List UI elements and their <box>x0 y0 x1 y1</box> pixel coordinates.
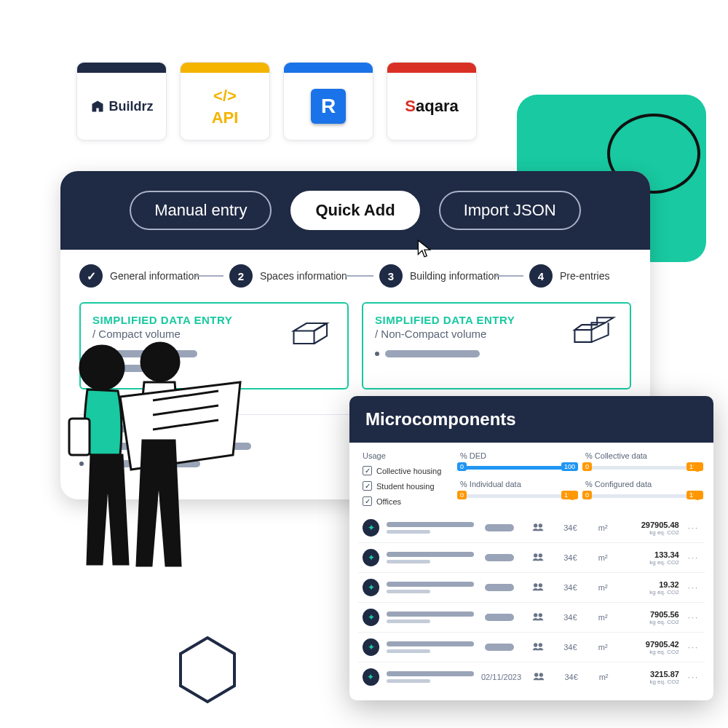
more-icon[interactable]: ··· <box>687 523 700 532</box>
item-value-unit: kg eq. CO2 <box>623 678 679 685</box>
users-icon <box>525 612 550 623</box>
item-date <box>481 524 518 531</box>
svg-point-16 <box>534 673 538 676</box>
integration-saqara[interactable]: Saqara <box>387 62 477 141</box>
integration-cards: Buildrz </> API R Saqara <box>76 62 477 141</box>
item-avatar-icon: ✦ <box>363 668 379 686</box>
checkbox-offices[interactable]: ✓Offices <box>363 496 450 506</box>
more-icon[interactable]: ··· <box>687 553 700 562</box>
slider-collective-label: % Collective data <box>585 451 700 460</box>
users-icon <box>525 553 550 563</box>
svg-point-10 <box>534 583 537 587</box>
svg-point-0 <box>80 346 124 389</box>
item-date <box>481 584 518 591</box>
more-icon[interactable]: ··· <box>687 643 700 652</box>
item-value-unit: kg eq. CO2 <box>623 649 679 655</box>
item-unit: m² <box>590 643 616 652</box>
microcomponents-panel: Microcomponents Usage ✓Collective housin… <box>349 396 713 700</box>
people-illustration <box>51 331 255 571</box>
item-date <box>481 554 518 561</box>
tab-manual-entry[interactable]: Manual entry <box>130 191 272 230</box>
integration-buildrz[interactable]: Buildrz <box>76 62 167 141</box>
svg-point-7 <box>538 523 542 527</box>
list-item[interactable]: ✦34€m²19.32kg eq. CO2··· <box>358 572 705 602</box>
users-icon <box>526 672 551 683</box>
step-pre-entries[interactable]: 4 Pre-entries <box>529 264 609 288</box>
slider-ded[interactable]: 0100 <box>460 466 575 470</box>
item-avatar-icon: ✦ <box>363 609 379 626</box>
more-icon[interactable]: ··· <box>687 613 700 622</box>
item-value: 19.32 <box>623 580 679 589</box>
hexagon-icon <box>175 633 240 706</box>
item-unit: m² <box>590 553 616 562</box>
svg-point-2 <box>141 343 179 381</box>
svg-point-6 <box>534 523 537 527</box>
svg-point-14 <box>534 643 537 646</box>
checkbox-student-housing[interactable]: ✓Student housing <box>363 481 450 491</box>
list-item[interactable]: ✦34€m²7905.56kg eq. CO2··· <box>358 602 705 632</box>
item-price: 34€ <box>558 553 583 562</box>
l-box-icon <box>569 314 620 353</box>
item-price: 34€ <box>558 673 583 681</box>
integration-api[interactable]: </> API <box>180 62 270 141</box>
slider-individual-label: % Individual data <box>460 480 575 488</box>
item-avatar-icon: ✦ <box>363 519 379 537</box>
list-item[interactable]: ✦34€m²297905.48kg eq. CO2··· <box>358 513 705 542</box>
step-badge-done: ✓ <box>79 264 103 288</box>
svg-point-9 <box>538 553 542 557</box>
slider-individual[interactable]: 0100 <box>460 494 575 498</box>
api-code-icon: </> <box>213 87 237 106</box>
list-item[interactable]: ✦34€m²97905.42kg eq. CO2··· <box>358 632 705 662</box>
item-price: 34€ <box>558 523 583 532</box>
step-general[interactable]: ✓ General information <box>79 264 190 288</box>
list-item[interactable]: ✦34€m²133.34kg eq. CO2··· <box>358 542 705 572</box>
box-icon <box>286 314 337 353</box>
item-avatar-icon: ✦ <box>363 638 379 656</box>
item-value-unit: kg eq. CO2 <box>623 619 679 625</box>
slider-configured-label: % Configured data <box>585 480 700 488</box>
tab-import-json[interactable]: Import JSON <box>439 191 581 230</box>
microcomponents-list: ✦34€m²297905.48kg eq. CO2···✦34€m²133.34… <box>349 510 713 700</box>
item-unit: m² <box>590 523 616 532</box>
svg-point-13 <box>538 613 542 617</box>
svg-point-8 <box>534 553 537 557</box>
item-price: 34€ <box>558 613 583 622</box>
checkbox-collective-housing[interactable]: ✓Collective housing <box>363 466 450 475</box>
usage-label: Usage <box>363 451 450 460</box>
step-spaces[interactable]: 2 Spaces information <box>229 264 340 288</box>
step-building[interactable]: 3 Building information <box>379 264 490 288</box>
integration-revit[interactable]: R <box>283 62 373 141</box>
item-unit: m² <box>590 583 616 592</box>
more-icon[interactable]: ··· <box>687 583 700 592</box>
users-icon <box>525 642 550 653</box>
item-value-unit: kg eq. CO2 <box>623 529 679 536</box>
users-icon <box>525 582 550 593</box>
item-date <box>481 614 518 621</box>
tab-quick-add[interactable]: Quick Add <box>290 191 419 230</box>
card-non-compact-volume[interactable]: SIMPLIFIED DATA ENTRY / Non-Compact volu… <box>362 302 631 389</box>
users-icon <box>525 523 550 534</box>
item-value: 297905.48 <box>623 521 679 529</box>
saqara-label: Saqara <box>405 97 458 116</box>
buildrz-label: Buildrz <box>109 99 154 114</box>
list-item[interactable]: ✦02/11/202334€m²3215.87kg eq. CO2··· <box>358 662 705 692</box>
item-value: 97905.42 <box>623 640 679 649</box>
slider-configured[interactable]: 0100 <box>585 494 700 498</box>
item-value: 7905.56 <box>623 610 679 619</box>
slider-collective[interactable]: 0100 <box>585 466 700 470</box>
svg-rect-1 <box>69 419 90 455</box>
item-unit: m² <box>590 613 616 622</box>
svg-point-11 <box>538 583 542 587</box>
item-unit: m² <box>591 673 616 681</box>
window-tabs: Manual entry Quick Add Import JSON <box>60 171 650 250</box>
item-date: 02/11/2023 <box>481 673 519 681</box>
revit-icon: R <box>311 89 346 124</box>
item-avatar-icon: ✦ <box>363 549 379 566</box>
svg-point-15 <box>538 643 542 646</box>
buildrz-icon <box>90 99 105 114</box>
item-avatar-icon: ✦ <box>363 579 379 596</box>
svg-point-12 <box>534 613 537 617</box>
item-date <box>481 644 518 651</box>
item-value-unit: kg eq. CO2 <box>623 589 679 596</box>
more-icon[interactable]: ··· <box>687 673 700 681</box>
